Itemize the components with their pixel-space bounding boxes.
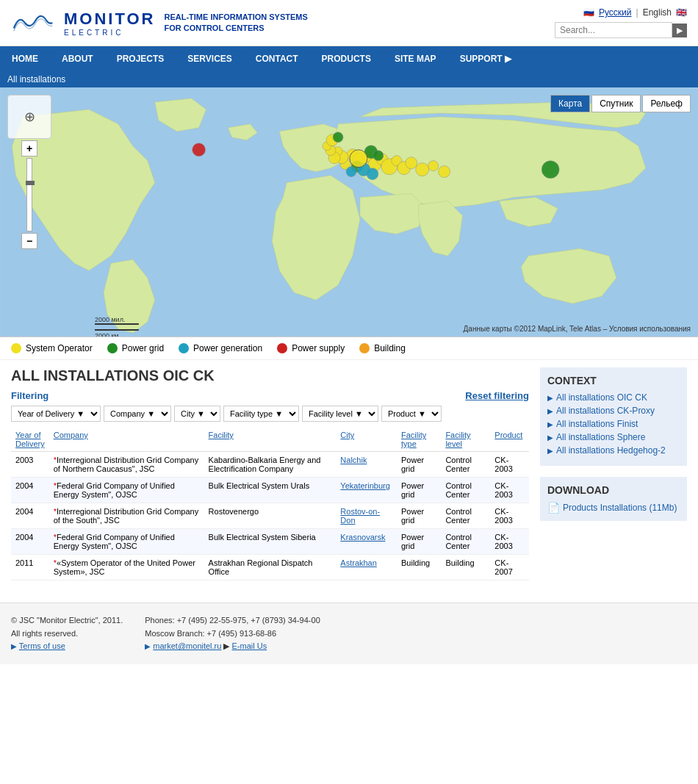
svg-point-17 <box>428 161 439 171</box>
svg-point-25 <box>346 167 356 177</box>
page-footer: © JSC "Monitor Electric", 2011. All righ… <box>0 603 698 664</box>
lang-russian[interactable]: Русский <box>599 7 632 18</box>
reset-filtering-button[interactable]: Reset filtering <box>465 390 529 401</box>
cell-year: 2004 <box>11 478 49 503</box>
cell-city[interactable]: Krasnovarsk <box>336 529 397 555</box>
table-row: 2004 *Federal Grid Company of Unified En… <box>11 478 529 503</box>
terms-link[interactable]: Terms of use <box>19 641 65 650</box>
filter-product[interactable]: Product ▼ <box>381 406 442 422</box>
cell-facility: Kabardino-Balkaria Energy and Electrific… <box>204 452 337 478</box>
filter-facility-level[interactable]: Facility level ▼ <box>302 406 378 422</box>
cell-facility: Bulk Electrical System Urals <box>204 478 337 503</box>
table-row: 2004 *Federal Grid Company of Unified En… <box>11 529 529 555</box>
table-row: 2011 *«System Operator of the United Pow… <box>11 555 529 580</box>
download-box: DOWNLOAD 📄 Products Installations (11Mb) <box>540 477 687 521</box>
map-btn-relief[interactable]: Рельеф <box>642 95 691 112</box>
svg-point-18 <box>439 166 450 178</box>
svg-point-9 <box>406 157 417 169</box>
cell-city[interactable]: Nalchik <box>336 452 397 478</box>
legend-power-generation: Power generation <box>179 343 262 353</box>
legend-power-supply: Power supply <box>277 343 345 353</box>
context-link-4[interactable]: ▶All installations Hedgehog-2 <box>547 445 680 456</box>
cell-facility-type: Power grid <box>397 529 441 555</box>
logo-text-group: MONITOR ELECTRIC <box>64 10 155 37</box>
nav-projects[interactable]: PROJECTS <box>105 46 176 71</box>
logo-electric: ELECTRIC <box>64 29 155 37</box>
col-header-city[interactable]: City <box>336 428 397 452</box>
zoom-out-button[interactable]: − <box>21 233 37 249</box>
cell-company: *«System Operator of the United Power Sy… <box>49 555 204 580</box>
col-header-company[interactable]: Company <box>49 428 204 452</box>
cell-city[interactable]: Rostov-on-Don <box>336 503 397 529</box>
filter-company[interactable]: Company ▼ <box>104 406 171 422</box>
logo-area: MONITOR ELECTRIC REAL-TIME INFORMATION S… <box>11 8 308 37</box>
context-arrow: ▶ <box>547 394 553 402</box>
cell-year: 2011 <box>11 555 49 580</box>
nav-contact[interactable]: CONTACT <box>244 46 310 71</box>
nav-support[interactable]: SUPPORT ▶ <box>448 46 523 71</box>
col-header-product[interactable]: Product <box>490 428 529 452</box>
right-panel: CONTEXT ▶All installations OIC CK▶All in… <box>540 367 687 580</box>
zoom-thumb <box>26 181 35 185</box>
svg-point-22 <box>542 161 559 179</box>
flag-en-icon: 🇬🇧 <box>676 7 687 18</box>
market-email-link[interactable]: market@monitel.ru <box>153 641 221 650</box>
col-header-facility[interactable]: Facility <box>204 428 337 452</box>
cell-city[interactable]: Astrakhan <box>336 555 397 580</box>
zoom-bar[interactable] <box>26 158 32 231</box>
email-us-link[interactable]: E-mail Us <box>232 641 267 650</box>
language-bar: 🇷🇺 Русский | English 🇬🇧 <box>583 7 687 18</box>
cell-company: *Interregional Distribution Grid Company… <box>49 503 204 529</box>
filter-facility-type[interactable]: Facility type ▼ <box>223 406 299 422</box>
nav-sitemap[interactable]: SITE MAP <box>383 46 448 71</box>
context-link-2[interactable]: ▶All installations Finist <box>547 419 680 429</box>
nav-products[interactable]: PRODUCTS <box>310 46 383 71</box>
nav-home[interactable]: HOME <box>0 46 50 71</box>
col-header-facility-type[interactable]: Facility type <box>397 428 441 452</box>
cell-year: 2004 <box>11 529 49 555</box>
context-arrow: ▶ <box>547 420 553 428</box>
map-btn-karta[interactable]: Карта <box>550 95 590 112</box>
search-button[interactable]: ▶ <box>672 24 687 37</box>
filter-city[interactable]: City ▼ <box>174 406 220 422</box>
search-bar: ▶ <box>555 22 687 38</box>
context-arrow: ▶ <box>547 407 553 415</box>
cell-company: *Interregional Distribution Grid Company… <box>49 452 204 478</box>
map-view-controls: Карта Спутник Рельеф <box>550 95 691 112</box>
svg-text:2000 мил.: 2000 мил. <box>95 316 125 323</box>
search-input[interactable] <box>555 22 672 38</box>
col-header-facility-level[interactable]: Facilitylevel <box>441 428 490 452</box>
footer-copyright: © JSC "Monitor Electric", 2011. <box>11 614 123 627</box>
context-arrow: ▶ <box>547 434 553 442</box>
map-btn-sputnik[interactable]: Спутник <box>591 95 641 112</box>
logo-monitor: MONITOR <box>64 10 155 29</box>
main-nav: HOME ABOUT PROJECTS SERVICES CONTACT PRO… <box>0 46 698 71</box>
zoom-in-button[interactable]: + <box>21 140 37 157</box>
nav-services[interactable]: SERVICES <box>176 46 243 71</box>
filter-year[interactable]: Year of Delivery ▼ <box>11 406 101 422</box>
svg-point-26 <box>193 143 206 157</box>
svg-point-16 <box>416 163 429 176</box>
pan-control[interactable]: ⊕ <box>7 95 51 139</box>
footer-right: Phones: +7 (495) 22-55-975, +7 (8793) 34… <box>145 614 320 653</box>
cell-city[interactable]: Yekaterinburg <box>336 478 397 503</box>
footer-terms: ▶ Terms of use <box>11 640 123 653</box>
lang-english[interactable]: English <box>643 7 672 18</box>
context-link-3[interactable]: ▶All installations Sphere <box>547 432 680 442</box>
download-link[interactable]: 📄 Products Installations (11Mb) <box>547 502 680 514</box>
page-header: MONITOR ELECTRIC REAL-TIME INFORMATION S… <box>0 0 698 46</box>
context-link-1[interactable]: ▶All installations CK-Proxy <box>547 406 680 416</box>
cell-product: CK-2003 <box>490 478 529 503</box>
col-header-year[interactable]: Year ofDelivery <box>11 428 49 452</box>
context-link-0[interactable]: ▶All installations OIC CK <box>547 392 680 403</box>
cell-product: CK-2003 <box>490 529 529 555</box>
filtering-label: Filtering <box>11 390 48 401</box>
cell-facility-level: Control Center <box>441 503 490 529</box>
main-content: ALL INSTALLATIONS OIC CK Filtering Reset… <box>0 360 698 588</box>
context-title: CONTEXT <box>547 375 680 386</box>
svg-point-24 <box>367 168 378 180</box>
map-attribution: Данные карты ©2012 MapLink, Tele Atlas –… <box>464 325 691 333</box>
footer-left: © JSC "Monitor Electric", 2011. All righ… <box>11 614 123 653</box>
nav-about[interactable]: ABOUT <box>50 46 105 71</box>
cell-facility-level: Building <box>441 555 490 580</box>
